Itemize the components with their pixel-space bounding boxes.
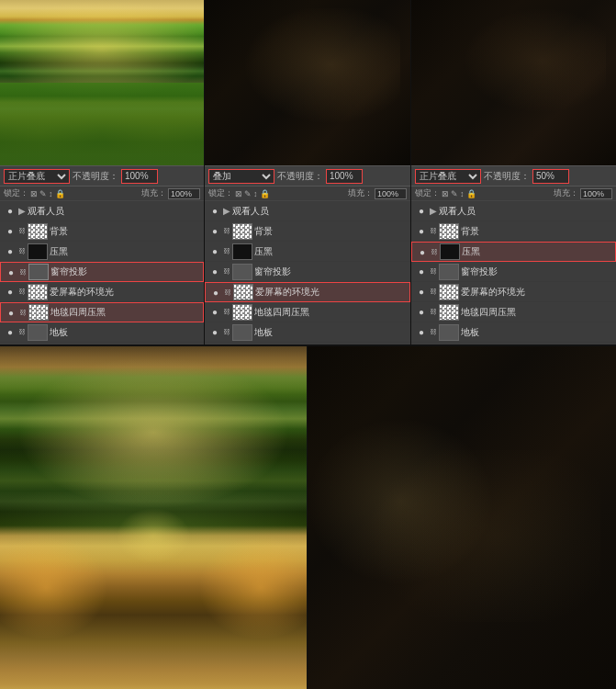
room-image-tr bbox=[411, 0, 616, 165]
layer-item-tr2[interactable]: ● ⛓ 背景 bbox=[411, 221, 616, 242]
blend-mode-select-tl[interactable]: 正片叠底 bbox=[4, 169, 70, 184]
fill-value-tr[interactable]: 100% bbox=[580, 188, 612, 199]
thumb-tl5 bbox=[28, 284, 48, 300]
layer-item-tr3[interactable]: ● ⛓ 压黑 bbox=[411, 242, 616, 262]
link-tl6: ⛓ bbox=[19, 309, 27, 317]
panel-top-left: 正片叠底 不透明度： 100% 锁定： ⊠ ✎ ↕ 🔒 填充： 100% bbox=[0, 0, 205, 344]
layer-item-tl2[interactable]: ● ⛓ 背景 bbox=[0, 221, 204, 242]
opacity-value-tl[interactable]: 100% bbox=[121, 169, 158, 184]
link-tl2: ⛓ bbox=[18, 227, 26, 235]
link-tl4: ⛓ bbox=[19, 268, 27, 277]
layer-item-tl4[interactable]: ● ⛓ 窗帘投影 bbox=[0, 262, 204, 282]
bottom-row bbox=[0, 344, 616, 689]
layer-item-tr4[interactable]: ● ⛓ 窗帘投影 bbox=[411, 262, 616, 282]
layer-item-tl3[interactable]: ● ⛓ 压黑 bbox=[0, 242, 204, 262]
main-container: 正片叠底 不透明度： 100% 锁定： ⊠ ✎ ↕ 🔒 填充： 100% bbox=[0, 0, 616, 689]
eye-tl5[interactable]: ● bbox=[4, 287, 17, 297]
layer-panel-tl: 正片叠底 不透明度： 100% 锁定： ⊠ ✎ ↕ 🔒 填充： 100% bbox=[0, 165, 204, 344]
panel-top-middle: 叠加 不透明度： 100% 锁定： ⊠✎↕🔒 填充： 100% ● ▶ 观看人员 bbox=[205, 0, 411, 344]
blend-mode-select-tm[interactable]: 叠加 bbox=[208, 169, 274, 184]
link-tl3: ⛓ bbox=[18, 247, 26, 255]
layer-item-tl6[interactable]: ● ⛓ 地毯四周压黑 bbox=[0, 302, 204, 322]
thumb-tl6 bbox=[28, 304, 49, 321]
blend-mode-row-tm: 叠加 不透明度： 100% bbox=[205, 166, 410, 186]
layer-item-tm1[interactable]: ● ▶ 观看人员 bbox=[205, 201, 410, 221]
layer-item-tl7[interactable]: ● ⛓ 地板 bbox=[0, 322, 204, 343]
opacity-value-tm[interactable]: 100% bbox=[326, 169, 363, 184]
eye-tl4[interactable]: ● bbox=[5, 267, 17, 277]
top-row: 正片叠底 不透明度： 100% 锁定： ⊠ ✎ ↕ 🔒 填充： 100% bbox=[0, 0, 616, 344]
stadium-image-tl bbox=[0, 0, 204, 165]
panel-bottom-right bbox=[308, 346, 616, 689]
layer-name-tl5: 爱屏幕的环境光 bbox=[50, 286, 114, 299]
layer-name-tl1: 观看人员 bbox=[28, 205, 64, 218]
link-tl5: ⛓ bbox=[18, 288, 26, 296]
layer-item-tm7[interactable]: ● ⛓ 地板 bbox=[205, 322, 410, 343]
layer-name-tl6: 地毯四周压黑 bbox=[50, 306, 106, 319]
layer-item-tr1[interactable]: ● ▶ 观看人员 bbox=[411, 201, 616, 221]
layer-item-tr7[interactable]: ● ⛓ 地板 bbox=[411, 322, 616, 343]
opacity-value-tr[interactable]: 50% bbox=[532, 169, 569, 184]
layer-item-tl1[interactable]: ● ▶ 观看人员 bbox=[0, 201, 204, 221]
panel-top-right: 正片叠底 不透明度： 50% 锁定： ⊠✎↕🔒 填充： 100% ● ▶ 观看人… bbox=[411, 0, 616, 344]
thumb-tl7 bbox=[28, 324, 48, 341]
layer-item-tm3[interactable]: ● ⛓ 压黑 bbox=[205, 242, 410, 262]
layer-panel-tr: 正片叠底 不透明度： 50% 锁定： ⊠✎↕🔒 填充： 100% ● ▶ 观看人… bbox=[411, 165, 616, 344]
thumb-tl3 bbox=[28, 243, 48, 260]
layer-item-tr6[interactable]: ● ⛓ 地毯四周压黑 bbox=[411, 302, 616, 322]
eye-tl2[interactable]: ● bbox=[4, 226, 17, 236]
layer-name-tl7: 地板 bbox=[50, 326, 68, 339]
layer-panel-tm: 叠加 不透明度： 100% 锁定： ⊠✎↕🔒 填充： 100% ● ▶ 观看人员 bbox=[205, 165, 410, 344]
fill-value-tl[interactable]: 100% bbox=[168, 188, 200, 199]
blend-mode-row-tr: 正片叠底 不透明度： 50% bbox=[411, 166, 616, 186]
eye-tl6[interactable]: ● bbox=[5, 308, 17, 318]
layer-name-tl3: 压黑 bbox=[50, 245, 68, 258]
blend-mode-row-tl: 正片叠底 不透明度： 100% bbox=[0, 166, 204, 186]
layer-item-tr5[interactable]: ● ⛓ 爱屏幕的环境光 bbox=[411, 282, 616, 302]
thumb-tl2 bbox=[28, 223, 48, 240]
layer-name-tl4: 窗帘投影 bbox=[50, 265, 87, 278]
lock-row-tl: 锁定： ⊠ ✎ ↕ 🔒 填充： 100% bbox=[0, 186, 204, 201]
opacity-label-tr: 不透明度： bbox=[484, 170, 530, 183]
layer-item-tm6[interactable]: ● ⛓ 地毯四周压黑 bbox=[205, 302, 410, 322]
eye-tl1[interactable]: ● bbox=[4, 206, 17, 216]
lock-row-tm: 锁定： ⊠✎↕🔒 填充： 100% bbox=[205, 186, 410, 201]
layer-name-tl2: 背景 bbox=[50, 225, 68, 238]
thumb-tl4 bbox=[28, 264, 49, 280]
opacity-label-tm: 不透明度： bbox=[277, 170, 323, 183]
layer-item-tl5[interactable]: ● ⛓ 爱屏幕的环境光 bbox=[0, 282, 204, 302]
link-tl7: ⛓ bbox=[18, 328, 26, 336]
lock-row-tr: 锁定： ⊠✎↕🔒 填充： 100% bbox=[411, 186, 616, 201]
folder-icon-tl1: ▶ bbox=[18, 206, 26, 216]
blend-mode-select-tr[interactable]: 正片叠底 bbox=[415, 169, 481, 184]
layer-item-tm4[interactable]: ● ⛓ 窗帘投影 bbox=[205, 262, 410, 282]
layer-item-tm5[interactable]: ● ⛓ 爱屏幕的环境光 bbox=[205, 282, 410, 302]
eye-tl7[interactable]: ● bbox=[4, 327, 17, 337]
opacity-label-tl: 不透明度： bbox=[73, 170, 118, 183]
eye-tl3[interactable]: ● bbox=[4, 246, 17, 256]
fill-value-tm[interactable]: 100% bbox=[375, 188, 407, 199]
room-image-tm bbox=[205, 0, 410, 165]
layer-item-tm2[interactable]: ● ⛓ 背景 bbox=[205, 221, 410, 242]
panel-bottom-left bbox=[0, 346, 308, 689]
